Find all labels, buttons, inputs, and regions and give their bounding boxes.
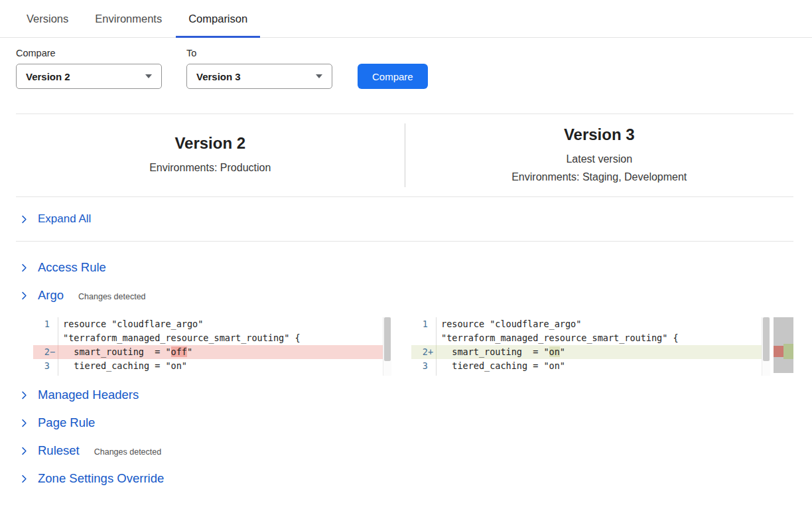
section-row-page-rule[interactable]: Page Rule	[0, 409, 812, 437]
diff-view: 1resource "cloudflare_argo""terraform_ma…	[33, 317, 812, 376]
compare-label: Compare	[16, 48, 162, 58]
diff-sign	[50, 317, 58, 331]
chevron-right-icon	[20, 391, 29, 400]
code-segment: resource "cloudflare_argo"	[63, 319, 203, 329]
diff-sign	[428, 331, 436, 345]
section-label: Managed Headers	[38, 388, 139, 402]
code-segment: smart_routing = "	[63, 346, 171, 357]
section-row-managed-headers[interactable]: Managed Headers	[0, 381, 812, 409]
section-row-ruleset[interactable]: RulesetChanges detected	[0, 437, 812, 465]
diff-editor-left: 1resource "cloudflare_argo""terraform_ma…	[33, 317, 391, 376]
code-segment: tiered_caching = "on"	[441, 360, 565, 371]
compare-form: Compare Version 2 To Version 3 Compare	[16, 48, 812, 89]
diff-sign	[428, 317, 436, 331]
line-number: 2	[44, 345, 50, 359]
section-label: Page Rule	[38, 415, 95, 430]
line-number-gutter: 2+	[411, 345, 437, 359]
diff-sign	[50, 331, 58, 345]
line-number: 3	[423, 359, 428, 373]
section-row-argo[interactable]: ArgoChanges detected	[0, 281, 812, 309]
code-segment: "	[560, 346, 565, 357]
chevron-right-icon	[20, 447, 29, 455]
line-number-gutter	[33, 331, 58, 345]
section-label: Access Rule	[38, 260, 106, 275]
line-number: 2	[423, 345, 428, 359]
section-label: Ruleset	[38, 443, 80, 458]
code-line: "terraform_managed_resource_smart_routin…	[33, 331, 391, 345]
line-number-gutter: 3	[33, 359, 58, 373]
code-line: 1resource "cloudflare_argo"	[33, 317, 391, 331]
to-version-select[interactable]: Version 3	[186, 64, 332, 89]
section-row-zone-settings-override[interactable]: Zone Settings Override	[0, 465, 812, 492]
comparison-page: VersionsEnvironmentsComparison Compare V…	[0, 0, 812, 492]
to-version-value: Version 3	[196, 71, 241, 82]
chevron-right-icon	[20, 263, 29, 272]
right-version-title: Version 3	[405, 125, 794, 144]
diff-sign: +	[428, 345, 436, 359]
compare-button[interactable]: Compare	[358, 64, 428, 89]
code-text: resource "cloudflare_argo"	[58, 317, 203, 331]
left-version-title: Version 2	[16, 134, 405, 153]
line-number-gutter: 1	[33, 317, 58, 331]
removed-marker	[774, 346, 783, 357]
code-segment: tiered_caching = "on"	[63, 360, 187, 371]
version-panel-left: Version 2 Environments: Production	[16, 134, 405, 177]
code-line: 2− smart_routing = "off"	[33, 345, 391, 359]
compare-version-select[interactable]: Version 2	[16, 64, 162, 89]
changes-detected-badge: Changes detected	[94, 445, 161, 457]
section-label: Argo	[38, 288, 64, 303]
code-line: }	[33, 373, 391, 376]
code-segment: }	[63, 374, 68, 376]
compare-field: Compare Version 2	[16, 48, 162, 89]
chevron-right-icon	[20, 475, 29, 483]
changes-detected-badge: Changes detected	[78, 290, 145, 301]
code-line: 3 tiered_caching = "on"	[33, 359, 391, 373]
code-text: "terraform_managed_resource_smart_routin…	[58, 331, 301, 345]
code-line: 1resource "cloudflare_argo"	[411, 317, 770, 331]
left-version-environments: Environments: Production	[16, 159, 405, 177]
tab-comparison[interactable]: Comparison	[176, 0, 260, 37]
diff-sign	[428, 373, 436, 376]
line-number: 3	[44, 359, 50, 373]
caret-down-icon	[316, 74, 322, 78]
version-panel-right: Version 3 Latest version Environments: S…	[405, 125, 794, 186]
code-segment: }	[441, 374, 446, 376]
scrollbar-thumb[interactable]	[384, 317, 391, 361]
line-number: 1	[44, 317, 50, 331]
diff-editor-right: 1resource "cloudflare_argo""terraform_ma…	[411, 317, 770, 376]
diff-sign	[50, 373, 58, 376]
section-label: Zone Settings Override	[38, 471, 164, 486]
caret-down-icon	[145, 74, 152, 78]
code-segment: "terraform_managed_resource_smart_routin…	[63, 333, 301, 343]
expand-all-label: Expand All	[38, 212, 91, 226]
code-text: }	[437, 373, 446, 376]
code-segment: smart_routing = "	[441, 346, 549, 357]
diff-sign	[50, 359, 58, 373]
tab-environments[interactable]: Environments	[82, 0, 174, 37]
tab-versions[interactable]: Versions	[14, 0, 81, 37]
diff-overview-gutter[interactable]	[774, 317, 793, 373]
code-text: }	[58, 373, 68, 376]
right-version-latest: Latest version	[405, 150, 794, 168]
scrollbar-thumb[interactable]	[763, 317, 770, 361]
section-row-access-rule[interactable]: Access Rule	[0, 254, 812, 281]
changed-word: off	[171, 346, 187, 357]
code-text: tiered_caching = "on"	[58, 359, 187, 373]
to-label: To	[186, 48, 332, 58]
line-number: 1	[423, 317, 428, 331]
code-text: smart_routing = "off"	[58, 345, 192, 359]
compare-version-value: Version 2	[26, 71, 70, 82]
right-version-environments: Environments: Staging, Development	[405, 168, 794, 186]
code-text: smart_routing = "on"	[437, 345, 565, 359]
scrollbar[interactable]	[383, 317, 391, 376]
line-number-gutter: 2−	[33, 345, 58, 359]
diff-sign: −	[50, 345, 58, 359]
scrollbar[interactable]	[762, 317, 770, 376]
expand-all-button[interactable]: Expand All	[0, 197, 812, 241]
code-line: "terraform_managed_resource_smart_routin…	[411, 331, 770, 345]
line-number-gutter: 1	[411, 317, 437, 331]
diff-sign	[428, 359, 436, 373]
code-line: 2+ smart_routing = "on"	[411, 345, 770, 359]
line-number-gutter	[411, 373, 437, 376]
code-segment: "terraform_managed_resource_smart_routin…	[441, 333, 679, 343]
